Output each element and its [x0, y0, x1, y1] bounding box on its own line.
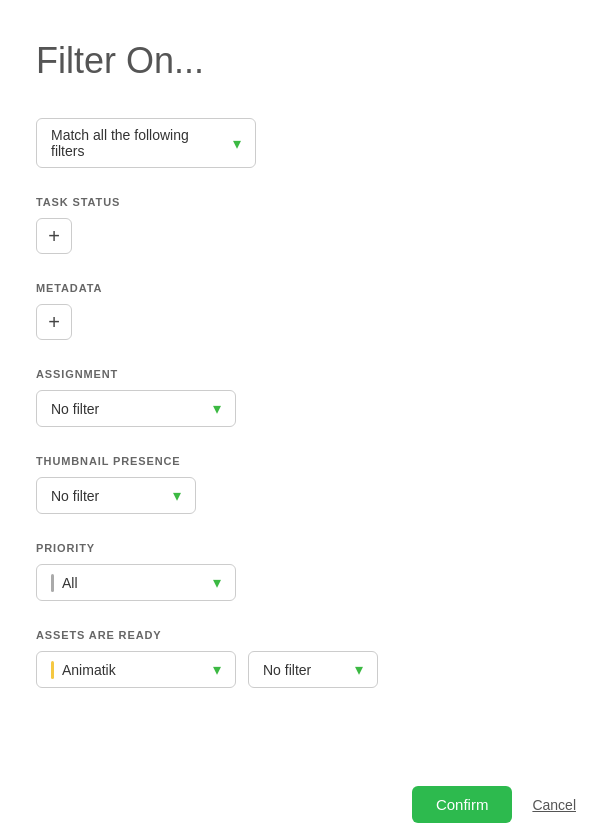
page-title: Filter On... — [36, 40, 576, 82]
task-status-label: TASK STATUS — [36, 196, 576, 208]
assignment-dropdown-value: No filter — [51, 401, 99, 417]
assignment-chevron-icon: ▾ — [213, 399, 221, 418]
thumbnail-presence-section: THUMBNAIL PRESENCE No filter ▾ — [36, 455, 576, 514]
priority-dropdown[interactable]: All ▾ — [36, 564, 236, 601]
priority-content: All — [51, 574, 205, 592]
assets-row: Animatik ▾ No filter ▾ — [36, 651, 576, 688]
match-filter-chevron-icon: ▾ — [233, 134, 241, 153]
task-status-add-button[interactable]: + — [36, 218, 72, 254]
assets-are-ready-label: ASSETS ARE READY — [36, 629, 576, 641]
priority-dropdown-value: All — [62, 575, 78, 591]
task-status-section: TASK STATUS + — [36, 196, 576, 254]
assets-animatik-dropdown[interactable]: Animatik ▾ — [36, 651, 236, 688]
animatik-content: Animatik — [51, 661, 205, 679]
cancel-button[interactable]: Cancel — [532, 797, 576, 813]
assets-dropdown2-value: No filter — [263, 662, 311, 678]
footer-bar: Confirm Cancel — [0, 770, 612, 839]
assets-dropdown2-chevron-icon: ▾ — [355, 660, 363, 679]
priority-bar-icon — [51, 574, 54, 592]
thumbnail-presence-dropdown[interactable]: No filter ▾ — [36, 477, 196, 514]
priority-section: PRIORITY All ▾ — [36, 542, 576, 601]
match-filter-label: Match all the following filters — [51, 127, 225, 159]
assignment-dropdown[interactable]: No filter ▾ — [36, 390, 236, 427]
metadata-label: METADATA — [36, 282, 576, 294]
assignment-section: ASSIGNMENT No filter ▾ — [36, 368, 576, 427]
assets-are-ready-section: ASSETS ARE READY Animatik ▾ No filter ▾ — [36, 629, 576, 688]
page-container: Filter On... Match all the following fil… — [0, 0, 612, 796]
thumbnail-presence-dropdown-value: No filter — [51, 488, 99, 504]
assignment-label: ASSIGNMENT — [36, 368, 576, 380]
thumbnail-presence-chevron-icon: ▾ — [173, 486, 181, 505]
priority-chevron-icon: ▾ — [213, 573, 221, 592]
metadata-add-button[interactable]: + — [36, 304, 72, 340]
assets-no-filter-dropdown[interactable]: No filter ▾ — [248, 651, 378, 688]
confirm-button[interactable]: Confirm — [412, 786, 513, 823]
thumbnail-presence-label: THUMBNAIL PRESENCE — [36, 455, 576, 467]
priority-label: PRIORITY — [36, 542, 576, 554]
assets-dropdown1-chevron-icon: ▾ — [213, 660, 221, 679]
match-filter-dropdown[interactable]: Match all the following filters ▾ — [36, 118, 256, 168]
assets-dropdown1-value: Animatik — [62, 662, 116, 678]
metadata-section: METADATA + — [36, 282, 576, 340]
animatik-bar-icon — [51, 661, 54, 679]
